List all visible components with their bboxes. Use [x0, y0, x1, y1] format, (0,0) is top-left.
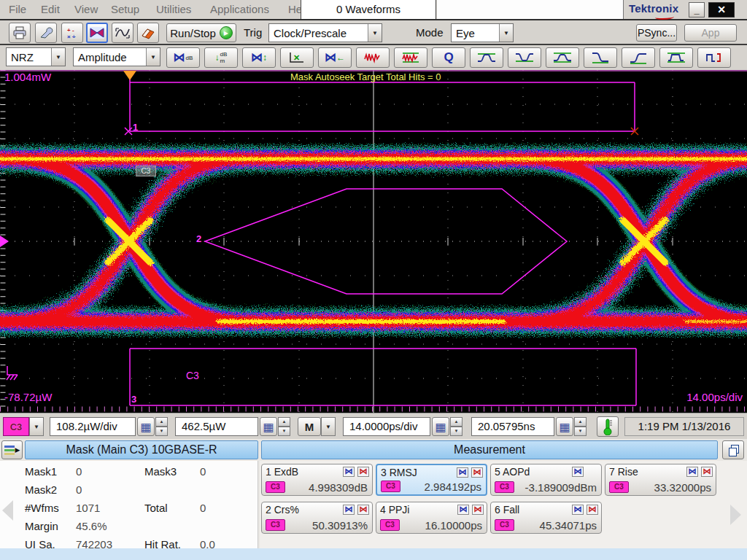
- menu-view[interactable]: View: [70, 0, 102, 19]
- spin-down-icon[interactable]: [155, 427, 168, 436]
- panel-menu-button[interactable]: ▶: [1, 440, 23, 459]
- stat-value: 45.6%: [76, 520, 107, 532]
- jitter-pp-icon[interactable]: [356, 47, 390, 68]
- mask-eye-icon-red[interactable]: [471, 467, 483, 478]
- menu-applications[interactable]: Applications: [206, 0, 274, 19]
- spin-down-icon[interactable]: [450, 427, 462, 436]
- mask-eye-icon-red[interactable]: [357, 505, 369, 515]
- eye-height-icon[interactable]: [546, 47, 579, 68]
- thermometer-icon[interactable]: [597, 416, 619, 437]
- popout-window-icon[interactable]: [722, 440, 744, 459]
- meas-category-select[interactable]: Amplitude: [73, 47, 160, 66]
- undershoot-icon[interactable]: [508, 47, 541, 68]
- run-stop-button[interactable]: Run/Stop ▶: [166, 23, 236, 42]
- timebase-chevron-down-icon[interactable]: [321, 417, 336, 436]
- extinction-ratio-db-icon[interactable]: ⋈dB: [166, 47, 200, 68]
- overshoot-icon[interactable]: [470, 47, 503, 68]
- signal-type-select[interactable]: NRZ: [6, 47, 66, 66]
- channel-select-button[interactable]: C3: [3, 417, 29, 436]
- source-badge: C3: [380, 519, 400, 531]
- measurement-tile-fall[interactable]: 6 Fall C3 45.34071ps: [490, 502, 602, 534]
- spin-up-icon[interactable]: [450, 417, 462, 427]
- eye-amplitude-icon[interactable]: ⋈↕: [242, 47, 276, 68]
- mask-panel-header[interactable]: Mask (Main C3) 10GBASE-R: [25, 440, 258, 459]
- svg-text:+ -: + -: [67, 27, 74, 34]
- mask-eye-icon-red[interactable]: [701, 467, 713, 477]
- spin-down-icon[interactable]: [278, 427, 290, 436]
- stack-icon: [4, 449, 15, 451]
- trigger-position-marker[interactable]: [123, 71, 136, 80]
- mask-test-icon[interactable]: [86, 23, 108, 43]
- timebase-select-button[interactable]: M: [298, 417, 321, 436]
- chevron-down-icon[interactable]: [51, 48, 65, 66]
- vertical-scale-keypad-icon[interactable]: [137, 417, 155, 436]
- clear-data-icon[interactable]: [137, 23, 159, 43]
- channel-position-marker[interactable]: [0, 236, 9, 247]
- mask-eye-icon-red[interactable]: [357, 467, 369, 477]
- horizontal-position-field[interactable]: 20.05795ns: [471, 417, 554, 436]
- horizontal-scale-keypad-icon[interactable]: [432, 417, 449, 436]
- eye-width-icon[interactable]: ⋈←: [318, 47, 352, 68]
- rise-time-icon[interactable]: [622, 47, 655, 68]
- spin-up-icon[interactable]: [574, 417, 587, 427]
- tile-value: 50.30913%: [312, 519, 368, 532]
- pager-left-arrow[interactable]: [2, 500, 13, 521]
- vertical-offset-field[interactable]: 462.5µW: [175, 417, 258, 436]
- vertical-offset-spinner[interactable]: [278, 417, 290, 436]
- measurement-tile-aopd[interactable]: 5 AOPd C3 -3.189009dBm: [490, 464, 602, 496]
- mask-eye-icon-blue[interactable]: [457, 505, 469, 515]
- measurement-tile-rmsj[interactable]: 3 RMSJ C3 2.984192ps: [376, 464, 487, 496]
- spin-down-icon[interactable]: [574, 427, 587, 436]
- q-factor-icon[interactable]: Q: [432, 47, 465, 68]
- vertical-scale-spinner[interactable]: [155, 417, 168, 436]
- channel-chevron-down-icon[interactable]: [29, 417, 44, 436]
- pager-right-arrow[interactable]: [730, 505, 741, 525]
- crossing-percent-icon[interactable]: ✕: [280, 47, 314, 68]
- jitter-rms-icon[interactable]: [394, 47, 427, 68]
- menu-setup[interactable]: Setup: [107, 0, 144, 19]
- measurement-tile-rise[interactable]: 7 Rise C3 33.32000ps: [605, 464, 716, 496]
- mask-eye-icon-blue[interactable]: [686, 467, 698, 477]
- menu-edit[interactable]: Edit: [36, 0, 64, 19]
- average-optical-power-dbm-icon[interactable]: ↓dBm: [204, 47, 238, 68]
- mask-eye-icon-blue[interactable]: [457, 467, 468, 478]
- menu-utilities[interactable]: Utilities: [152, 0, 196, 19]
- measurement-tile-crs[interactable]: 2 Crs% C3 50.30913%: [261, 502, 373, 534]
- chevron-down-icon[interactable]: [146, 48, 160, 66]
- spin-up-icon[interactable]: [278, 417, 290, 427]
- mask-eye-icon-red[interactable]: [472, 505, 484, 515]
- vertical-offset-keypad-icon[interactable]: [260, 417, 277, 436]
- mask-eye-icon-blue[interactable]: [572, 505, 584, 515]
- horizontal-position-keypad-icon[interactable]: [556, 417, 573, 436]
- trigger-source-select[interactable]: Clock/Prescale: [268, 23, 382, 42]
- minimize-button[interactable]: _: [689, 2, 705, 18]
- pulse-width-icon[interactable]: [659, 47, 693, 68]
- measurement-tile-ppji[interactable]: 4 PPJi C3 16.10000ps: [376, 502, 487, 534]
- horizontal-scale-field[interactable]: 14.0000ps/div: [343, 417, 430, 436]
- vertical-scale-field[interactable]: 108.2µW/div: [50, 417, 136, 436]
- setup-dialogs-icon[interactable]: [35, 23, 57, 43]
- chevron-down-icon[interactable]: [499, 24, 513, 42]
- horizontal-scale-spinner[interactable]: [450, 417, 462, 436]
- bit-period-icon[interactable]: [697, 47, 731, 68]
- fall-time-icon[interactable]: [584, 47, 617, 68]
- print-icon[interactable]: [9, 23, 31, 43]
- close-button[interactable]: ✕: [708, 2, 735, 18]
- horizontal-position-spinner[interactable]: [574, 417, 587, 436]
- app-button[interactable]: App: [684, 24, 737, 42]
- math-icon[interactable]: + -× ÷: [61, 23, 83, 43]
- stat-label: UI Sa.: [25, 538, 55, 551]
- chevron-down-icon[interactable]: [368, 24, 382, 42]
- menu-file[interactable]: File: [4, 0, 31, 19]
- mask-eye-icon-blue[interactable]: [572, 467, 584, 477]
- mask-eye-icon-blue[interactable]: [343, 505, 355, 515]
- mode-select[interactable]: Eye: [451, 23, 514, 42]
- measurement-tile-exdb[interactable]: 1 ExdB C3 4.998309dB: [261, 464, 373, 496]
- spin-up-icon[interactable]: [155, 417, 168, 427]
- mask-eye-icon-blue[interactable]: [343, 467, 355, 477]
- measurement-panel-header[interactable]: Measurement: [261, 440, 718, 459]
- psync-button[interactable]: PSync...: [636, 24, 677, 42]
- waveform-measure-icon[interactable]: [112, 23, 133, 43]
- mask-eye-icon-red[interactable]: [587, 505, 598, 515]
- source-badge: C3: [495, 519, 514, 531]
